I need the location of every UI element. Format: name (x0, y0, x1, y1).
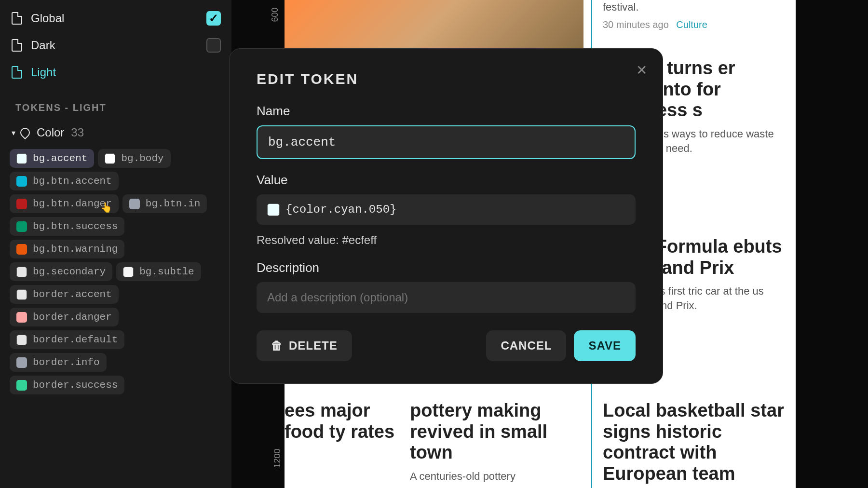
category-count: 33 (71, 126, 84, 139)
token-chip[interactable]: bg.btn.accent (10, 172, 119, 190)
token-label: bg.btn.success (33, 221, 118, 232)
color-swatch (16, 221, 27, 232)
save-button[interactable]: SAVE (574, 330, 636, 361)
file-icon (12, 12, 22, 25)
value-swatch (267, 203, 280, 216)
token-label: bg.subtle (139, 266, 194, 277)
token-chip[interactable]: bg.btn.in (122, 194, 207, 213)
file-icon (12, 39, 22, 52)
token-label: bg.secondary (33, 266, 106, 277)
token-label: border.info (33, 357, 100, 368)
token-label: bg.accent (33, 153, 87, 164)
token-name-input[interactable] (257, 125, 636, 159)
file-icon (12, 66, 22, 79)
token-label: border.accent (33, 289, 112, 300)
color-swatch (129, 199, 140, 209)
token-chip[interactable]: border.danger (10, 308, 119, 326)
resolved-value: Resolved value: #ecfeff (257, 233, 636, 247)
color-swatch (16, 380, 27, 391)
file-label: Global (31, 12, 64, 25)
droplet-icon (18, 126, 32, 139)
color-swatch (16, 153, 27, 164)
category-label: Color (37, 126, 64, 139)
token-value-input[interactable]: {color.cyan.050} (257, 194, 636, 225)
name-label: Name (257, 104, 636, 119)
token-chip[interactable]: bg.subtle (116, 262, 201, 281)
file-item-global[interactable]: Global ✓ (0, 5, 231, 32)
trash-icon: 🗑 (271, 339, 283, 352)
article-card: pottery making revived in small town A c… (410, 400, 579, 484)
token-label: bg.body (121, 153, 163, 164)
article-card: ees major food ty rates (285, 400, 410, 448)
token-chip-list: bg.accentbg.bodybg.btn.accentbg.btn.dang… (0, 146, 231, 397)
delete-button[interactable]: 🗑 DELETE (257, 330, 352, 361)
chevron-down-icon: ▾ (12, 128, 15, 137)
ruler-mark: 600 (270, 7, 280, 22)
token-label: border.danger (33, 312, 112, 323)
token-chip[interactable]: bg.btn.warning (10, 240, 124, 258)
value-text: {color.cyan.050} (285, 203, 396, 216)
token-chip[interactable]: border.info (10, 353, 107, 372)
article-card: Local basketball star signs historic con… (603, 400, 786, 488)
token-chip[interactable]: border.accent (10, 285, 119, 304)
value-label: Value (257, 173, 636, 188)
color-swatch (16, 244, 27, 255)
category-color[interactable]: ▾ Color 33 (0, 119, 231, 146)
file-item-light[interactable]: Light (0, 59, 231, 86)
color-swatch (16, 199, 27, 209)
token-chip[interactable]: border.default (10, 330, 124, 349)
description-label: Description (257, 260, 636, 275)
token-label: border.default (33, 334, 118, 345)
color-swatch (123, 267, 134, 277)
color-swatch (16, 176, 27, 187)
color-swatch (16, 267, 27, 277)
file-label: Dark (31, 39, 55, 52)
token-label: bg.btn.warning (33, 244, 118, 255)
token-label: bg.btn.accent (33, 176, 112, 187)
cancel-button[interactable]: CANCEL (486, 330, 566, 361)
token-chip[interactable]: bg.body (98, 149, 170, 168)
token-chip[interactable]: bg.secondary (10, 262, 112, 281)
color-swatch (105, 153, 115, 164)
modal-title: EDIT TOKEN (257, 71, 636, 87)
tokens-section-header: TOKENS - LIGHT (0, 91, 231, 119)
color-swatch (16, 335, 27, 345)
edit-token-modal: ✕ EDIT TOKEN Name Value {color.cyan.050}… (229, 48, 663, 384)
category-link[interactable]: Culture (676, 19, 707, 30)
color-swatch (16, 357, 27, 368)
cursor-pointer-icon: 👆 (100, 202, 112, 213)
timestamp: 30 minutes ago (603, 19, 669, 30)
checkbox-checked-icon[interactable]: ✓ (206, 11, 221, 26)
hero-image (285, 0, 583, 48)
article-snippet: festival. 30 minutes ago Culture (603, 0, 781, 30)
modal-actions: 🗑 DELETE CANCEL SAVE (257, 330, 636, 361)
file-item-dark[interactable]: Dark (0, 32, 231, 59)
close-icon[interactable]: ✕ (636, 62, 647, 78)
ruler-mark: 1200 (272, 448, 283, 468)
file-label: Light (31, 66, 56, 79)
checkbox-icon[interactable] (206, 38, 221, 53)
color-swatch (16, 289, 27, 300)
color-swatch (16, 312, 27, 323)
sidebar: Global ✓ Dark Light TOKENS - LIGHT ▾ Col… (0, 0, 231, 488)
token-label: border.success (33, 380, 118, 391)
token-label: bg.btn.in (146, 198, 200, 209)
token-chip[interactable]: border.success (10, 376, 124, 394)
description-input[interactable] (257, 282, 636, 313)
token-chip[interactable]: bg.btn.success (10, 217, 124, 236)
token-chip[interactable]: bg.accent (10, 149, 94, 168)
file-list: Global ✓ Dark Light (0, 0, 231, 91)
